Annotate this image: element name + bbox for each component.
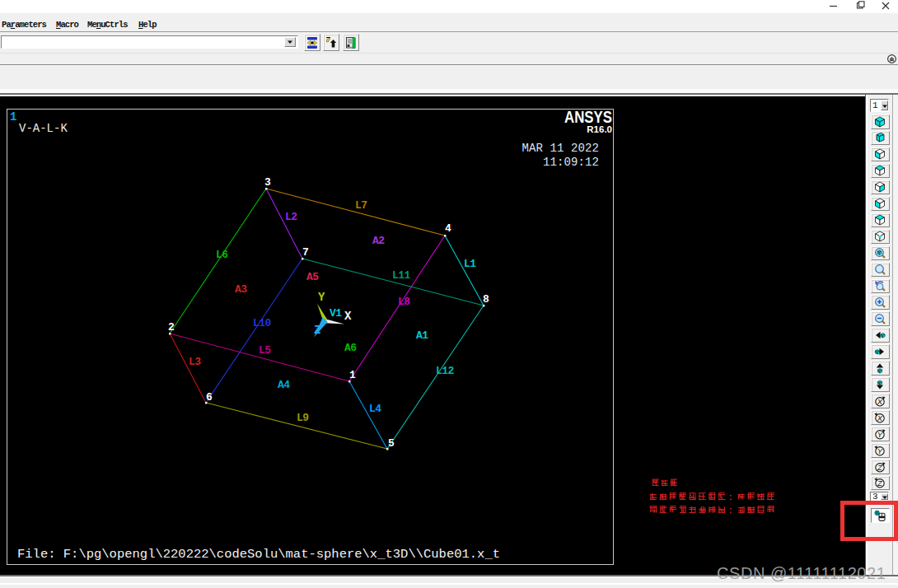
svg-text:X: X [877, 413, 883, 422]
svg-text:Y: Y [877, 446, 883, 455]
svg-text:X: X [877, 397, 883, 406]
svg-text:Y: Y [877, 430, 883, 439]
svg-text:Z: Z [877, 479, 883, 488]
svg-text:Z: Z [877, 463, 883, 472]
